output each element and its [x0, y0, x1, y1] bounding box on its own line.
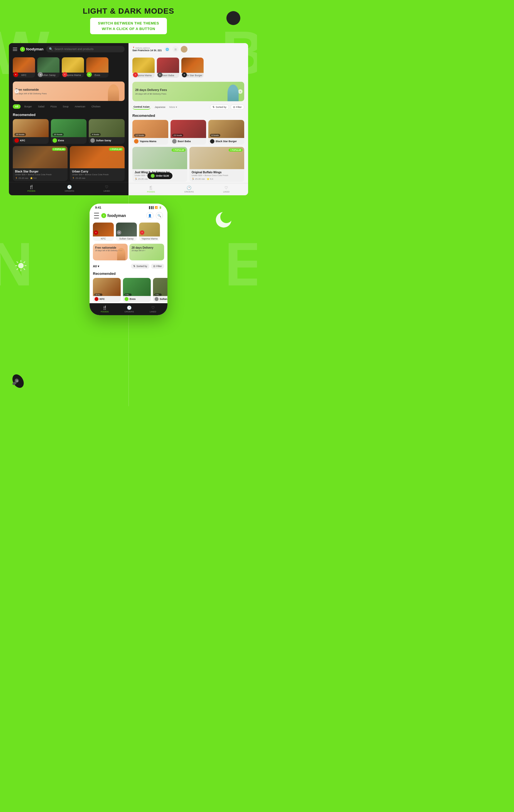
dark-theme-half: f foodyman 🔍 K KFC ⚙ Sultan Saray Y [9, 43, 128, 195]
tab-pizza-dark[interactable]: Pizza [48, 104, 59, 109]
kfc-foods-count: 20 foods [15, 133, 26, 136]
grid-card-basri-light[interactable]: 23 foods Basri Baba [171, 120, 206, 145]
blackstar-foods-count: 8 foods [210, 134, 220, 137]
restaurant-card-yapona-light[interactable]: Y Yapona Mama [133, 58, 155, 78]
tab-soup-dark[interactable]: Soup [61, 104, 71, 109]
restaurant-card-sultan[interactable]: ⚙ Sultan Saray [37, 57, 59, 78]
menu-icon[interactable] [13, 48, 17, 51]
mouse-decoration [226, 11, 240, 25]
popular-card-buffalo[interactable]: + POPULAR Original Buffalo Wings Under $… [190, 147, 244, 182]
bottom-nav-liked-light[interactable]: ♡ LIKED [223, 185, 229, 193]
foods-icon: 🍴 [29, 185, 34, 189]
phone-filter-btn[interactable]: ⊟ Filter [151, 264, 164, 269]
search-input-dark[interactable] [55, 48, 122, 51]
category-tabs-light: Central Asian Japanese More ▾ ⇅ Sorted b… [128, 103, 248, 111]
tab-burger-dark[interactable]: Burger [22, 104, 34, 109]
sultan-foods-count: 4 foods [90, 133, 101, 136]
popular-sub-urban-curry: Under $39 + Bonus Coca Cola Fresh [72, 173, 122, 176]
yapona-badge-light: Y [133, 72, 138, 77]
grid-name-sultan: Sultan Saray [96, 139, 111, 142]
phone-menu-icon[interactable] [94, 212, 99, 219]
phone-logo: f foodyman [101, 213, 126, 218]
popular-badge-2: + POPULAR [109, 148, 123, 151]
bottom-nav-liked-dark[interactable]: ♡ LIKED [104, 185, 110, 192]
phone-rest-card-yapona[interactable]: Y Yapona Mama [139, 223, 160, 241]
phone-rec-card-sultan-mobile[interactable]: 4 fo... Sultan [153, 278, 167, 302]
grid-card-kfc[interactable]: 20 foods KFC [13, 119, 49, 144]
tab-central-asian-light[interactable]: Central Asian [133, 105, 151, 110]
banner-28days-light[interactable]: 28 days Delivery Fees 28 days left of $0… [133, 82, 244, 101]
phone-bottom-liked[interactable]: ♡ LIKED [150, 306, 156, 313]
phone-frame: 9:41 ▐▐▐ 📶 🔋 f foodyman 👤 🔍 [90, 204, 167, 315]
phone-cat-all[interactable]: All ▾ [93, 265, 99, 268]
restaurant-card-evos[interactable]: E Evos [86, 57, 109, 78]
grid-card-blackstar-light[interactable]: 8 foods Black Star Burger [208, 120, 244, 145]
phone-bottom-foods[interactable]: 🍴 FOODS [101, 306, 109, 313]
filter-btn-light[interactable]: ⊟ Filter [231, 105, 244, 110]
banner-next-btn-light[interactable]: › [238, 89, 242, 94]
grid-name-kfc: KFC [20, 139, 25, 142]
orders-label: ORDERS [65, 190, 74, 192]
tab-american-dark[interactable]: American [73, 104, 88, 109]
grid-card-sultan[interactable]: 4 foods Sultan Saray [89, 119, 124, 144]
phone-rest-card-sultan[interactable]: ⚙ Sultan Saray [116, 223, 137, 241]
logo-dark: f foodyman [20, 47, 44, 52]
popular-badge-1: + POPULAR [52, 148, 66, 151]
phone-banner-28days[interactable]: 28 days Delivery 28 days left of = [129, 244, 164, 260]
bottom-nav-foods-light[interactable]: 🍴 FOODS [147, 185, 155, 193]
restaurant-card-blackstar-light[interactable]: B Black Star Burger [181, 58, 204, 78]
phone-rest-name-sultan: Sultan Saray [116, 236, 137, 241]
grid-card-yapona-light[interactable]: 12 foods Yapona Mama [133, 120, 168, 145]
foods-icon-light: 🍴 [148, 185, 153, 190]
order-btn[interactable]: 🛒 Order $130 [147, 172, 172, 179]
popular-meta-buffalo: 🏃 25-35 min ⭐ 5.0 [192, 178, 242, 180]
orders-icon-light: 🕐 [187, 185, 191, 190]
sorted-by-btn-light[interactable]: ⇅ Sorted by [210, 105, 229, 110]
phone-search-icon[interactable]: 🔍 [156, 212, 163, 219]
grid-footer-evos: Evos [51, 137, 87, 144]
chevron-down-icon: ▾ [97, 265, 99, 268]
restaurant-card-yapona[interactable]: Y Yapona Mama [62, 57, 84, 78]
popular-sub-buffalo: Under $39 + Bonus Coca Cola Fresh [192, 174, 242, 177]
restaurant-card-kfc[interactable]: K KFC [13, 57, 35, 78]
phone-sorted-btn[interactable]: ⇅ Sorted by [131, 264, 149, 269]
tab-all-dark[interactable]: All [13, 104, 21, 109]
bottom-nav-orders-light[interactable]: 🕐 ORDERS [184, 185, 194, 193]
phone-bottom-orders[interactable]: 🕐 ORDERS [124, 306, 134, 313]
phone-restaurant-scroll: K KFC ⚙ Sultan Saray Y Yapona Mama [90, 221, 167, 242]
phone-profile-icon[interactable]: 👤 [146, 212, 153, 219]
phone-banner-free[interactable]: Free nationwide 28 days left of $0 Deliv… [93, 244, 128, 260]
grid-img-kfc: 20 foods [13, 119, 49, 137]
banner-prev-btn[interactable]: ‹ [15, 89, 19, 93]
phone-time: 9:41 [95, 206, 101, 209]
avatar[interactable] [181, 46, 188, 53]
basri-foods-count: 23 foods [172, 134, 183, 137]
phone-rec-card-evos[interactable]: 4 fo... Evos [123, 278, 151, 302]
bottom-nav-orders-dark[interactable]: 🕐 ORDERS [65, 185, 74, 192]
restaurant-card-basri-light[interactable]: B Basri Baba [157, 58, 179, 78]
phone-rec-footer-sultan-mobile: Sultan [153, 296, 167, 302]
popular-card-black-star[interactable]: + POPULAR Black Star Burger Under $39 + … [13, 146, 67, 181]
popular-footer-urban-curry: Urban Curry Under $39 + Bonus Coca Cola … [70, 168, 124, 181]
popular-name-black-star: Black Star Burger [15, 170, 65, 173]
nav-right-light: 📍 Delivery address San Francisco 14 St. … [133, 46, 188, 53]
phone-rec-card-kfc[interactable]: 20 fo... KFC [93, 278, 121, 302]
phone-rest-card-kfc[interactable]: K KFC [93, 223, 114, 241]
popular-card-urban-curry[interactable]: + POPULAR Urban Curry Under $39 + Bonus … [70, 146, 124, 181]
tab-japanese-light[interactable]: Japanese [152, 105, 168, 109]
more-btn-light[interactable]: More ▾ [169, 106, 177, 109]
banner-free-text: Free nationwide [16, 88, 47, 91]
tab-chicken-dark[interactable]: Chicken [89, 104, 103, 109]
bottom-nav-foods-dark[interactable]: 🍴 FOODS [28, 185, 35, 192]
banner-free-dark[interactable]: Free nationwide 28 days left of $0 Deliv… [13, 82, 124, 101]
phone-liked-icon: ♡ [151, 306, 155, 310]
orders-icon: 🕐 [67, 185, 72, 189]
search-bar-dark[interactable]: 🔍 [46, 46, 124, 52]
phone-banner-figure [117, 248, 125, 260]
grid-card-evos[interactable]: 10 foods Evos [51, 119, 87, 144]
grid-icon[interactable]: ⊞ [172, 46, 178, 52]
tab-salad-dark[interactable]: Salad [36, 104, 47, 109]
restaurant-grid-dark: 20 foods KFC 10 foods Evos 4 foods [9, 118, 128, 145]
globe-icon[interactable]: 🌐 [164, 46, 170, 52]
popular-card-just-wing[interactable]: + POPULAR Just Wing It. by Fresco Inc Un… [133, 147, 187, 182]
